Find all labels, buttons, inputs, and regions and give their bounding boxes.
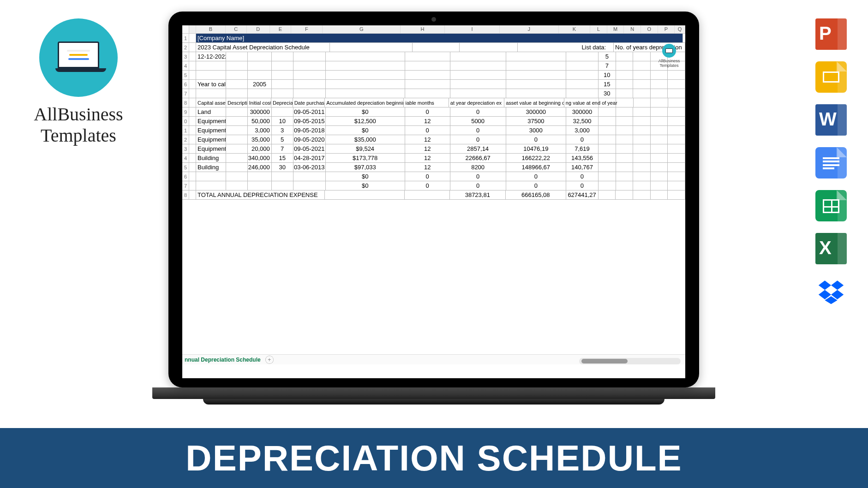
col-F[interactable]: F [291,25,323,33]
cell-cost[interactable]: 246,000 [248,163,272,172]
cell-depr[interactable]: 5 [272,135,293,144]
cell-months[interactable]: 0 [405,181,450,190]
cell-endval[interactable]: 0 [566,181,599,190]
cell-atyear[interactable]: 2857,14 [450,144,506,153]
cell-begval[interactable]: 0 [506,181,566,190]
cell-begval[interactable]: 166222,22 [506,154,566,162]
cell-cost[interactable]: 3,000 [248,126,272,135]
cell-months[interactable]: 12 [405,154,450,162]
cell-accum[interactable]: $0 [326,126,405,135]
cell-depr[interactable]: 15 [272,154,293,162]
cell-depr[interactable]: 30 [272,163,293,172]
cell-accum[interactable]: $9,524 [326,144,405,153]
table-row[interactable]: 2Equipment35,000509-05-2020$35,00012000 [182,135,685,144]
add-sheet-button[interactable]: + [265,356,274,364]
cell-cost[interactable] [248,172,272,181]
cell-date[interactable]: 09-05-2018 [293,126,326,135]
cell-atyear[interactable]: 5000 [450,117,506,125]
col-G[interactable]: G [323,25,401,33]
dropbox-icon[interactable] [815,276,847,307]
cell-cost[interactable]: 50,000 [248,117,272,125]
cell-desc[interactable] [226,144,248,153]
cell-depr[interactable]: 7 [272,144,293,153]
col-N[interactable]: N [624,25,641,33]
cell-depr[interactable] [272,107,293,116]
cell-date[interactable] [293,172,326,181]
col-B[interactable]: B [196,25,226,33]
cell-accum[interactable]: $35,000 [326,135,405,144]
cell-class[interactable] [196,172,226,181]
cell-desc[interactable] [226,181,248,190]
cell-endval[interactable]: 300000 [566,107,599,116]
cell-begval[interactable]: 0 [506,135,566,144]
powerpoint-icon[interactable]: P [815,18,847,50]
cell-endval[interactable]: 143,556 [566,154,599,162]
cell-accum[interactable]: $173,778 [326,154,405,162]
row-1[interactable]: 1 [Company Name] [182,34,685,43]
cell-begval[interactable]: 0 [506,172,566,181]
cell-atyear[interactable]: 0 [450,135,506,144]
row-8-headers[interactable]: 8 Capital asset classi Description Initi… [182,98,685,107]
word-icon[interactable]: W [815,104,847,136]
cell-accum[interactable]: $97,033 [326,163,405,172]
google-sheets-icon[interactable] [815,190,847,221]
cell-begval[interactable]: 148966,67 [506,163,566,172]
cell-cost[interactable]: 300000 [248,107,272,116]
cell-date[interactable]: 09-05-2011 [293,107,326,116]
cell-endval[interactable]: 0 [566,135,599,144]
cell-desc[interactable] [226,107,248,116]
cell-atyear[interactable]: 8200 [450,163,506,172]
col-Q[interactable]: Q [675,25,685,33]
col-E[interactable]: E [270,25,291,33]
cell-months[interactable]: 12 [405,163,450,172]
cell-desc[interactable] [226,126,248,135]
col-O[interactable]: O [641,25,658,33]
cell-endval[interactable]: 7,619 [566,144,599,153]
row-7[interactable]: 7 30 [182,89,685,98]
cell-atyear[interactable]: 0 [450,172,506,181]
cell-endval[interactable]: 3,000 [566,126,599,135]
google-docs-icon[interactable] [815,147,847,179]
company-name-cell[interactable]: [Company Name] [196,34,683,42]
row-3[interactable]: 3 12-12-2022 5 [182,52,685,61]
year-15[interactable]: 15 [599,80,616,89]
cell-date[interactable]: 09-05-2021 [293,144,326,153]
table-row[interactable]: 7$00000 [182,181,685,190]
col-H[interactable]: H [401,25,445,33]
cell-class[interactable]: Equipment [196,117,226,125]
cell-accum[interactable]: $12,500 [326,117,405,125]
table-row[interactable]: 5Building246,0003003-06-2013$97,03312820… [182,163,685,172]
cell-desc[interactable] [226,163,248,172]
cell-months[interactable]: 0 [405,107,450,116]
cell-endval[interactable]: 0 [566,172,599,181]
row-2[interactable]: 2 2023 Capital Asset Depreciation Schedu… [182,43,685,52]
cell-atyear[interactable]: 0 [450,107,506,116]
subtitle-cell[interactable]: 2023 Capital Asset Depreciation Schedule [196,43,330,52]
col-L[interactable]: L [590,25,607,33]
cell-months[interactable]: 0 [405,126,450,135]
year-5[interactable]: 5 [599,52,616,61]
cell-class[interactable]: Building [196,154,226,162]
cell-class[interactable]: Building [196,163,226,172]
cell-date[interactable] [293,181,326,190]
cell-desc[interactable] [226,154,248,162]
cell-atyear[interactable]: 0 [450,126,506,135]
year-7[interactable]: 7 [599,61,616,70]
cell-atyear[interactable]: 22666,67 [450,154,506,162]
cell-date[interactable]: 09-05-2015 [293,117,326,125]
row-6[interactable]: 6 Year to calculate 2005 15 [182,80,685,89]
cell-date[interactable]: 04-28-2017 [293,154,326,162]
table-row[interactable]: 6$00000 [182,172,685,181]
cell-endval[interactable]: 32,500 [566,117,599,125]
cell-months[interactable]: 0 [405,172,450,181]
date-cell[interactable]: 12-12-2022 [196,52,226,61]
col-J[interactable]: J [500,25,559,33]
year-10[interactable]: 10 [599,71,616,79]
cell-class[interactable]: Equipment [196,135,226,144]
col-K[interactable]: K [559,25,591,33]
year-30[interactable]: 30 [599,89,616,98]
cell-cost[interactable] [248,181,272,190]
cell-cost[interactable]: 35,000 [248,135,272,144]
row-4[interactable]: 4 7 [182,61,685,71]
cell-months[interactable]: 12 [405,117,450,125]
